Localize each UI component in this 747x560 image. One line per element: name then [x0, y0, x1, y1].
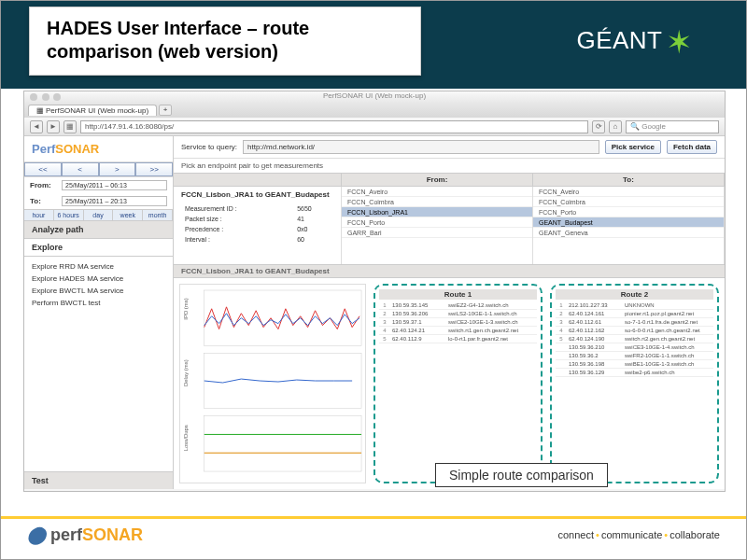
list-item[interactable]: GARR_Bari: [342, 228, 532, 238]
pair-title: FCCN_Lisbon_JRA1 to GEANT_Budapest: [181, 190, 333, 199]
to-list[interactable]: FCCN_AveiroFCCN_CoimbraFCCN_PortoGEANT_B…: [533, 187, 725, 264]
test-section[interactable]: Test: [24, 471, 173, 489]
table-row: Interval :60: [183, 235, 331, 244]
window-title: PerfSONAR UI (Web mock-up): [323, 91, 426, 100]
list-item[interactable]: FCCN_Porto: [533, 207, 724, 217]
chart-ylabel-delay: Delay (ms): [183, 359, 189, 386]
close-icon[interactable]: [30, 93, 37, 101]
chart-ylabel-loss: Loss/Dups: [183, 425, 189, 451]
table-row: 130.59.36.2swiFR2-10GE-1-1.switch.ch: [556, 352, 713, 360]
browser-search[interactable]: 🔍 Google: [626, 120, 719, 133]
slide-title: HADES User Interface – route comparison …: [47, 17, 403, 63]
table-row: 1212.101.227.33UNKNOWN: [556, 301, 713, 310]
slide-title-box: HADES User Interface – route comparison …: [29, 7, 421, 76]
range-week[interactable]: week: [113, 210, 143, 220]
table-row: Measurement ID :5650: [183, 204, 331, 213]
table-row: 130.59.36.129swibe2-p6.switch.ch: [556, 369, 713, 377]
tagline-collaborate: collaborate: [669, 529, 720, 540]
from-label: From:: [30, 181, 58, 189]
geant-logo-text: GÉANT: [576, 26, 662, 54]
table-row: Precedence :0x0: [183, 225, 331, 233]
page-icon: ▦: [63, 120, 77, 133]
from-list[interactable]: FCCN_AveiroFCCN_CoimbraFCCN_Lisbon_JRA1F…: [342, 187, 533, 264]
minimize-icon[interactable]: [42, 93, 49, 101]
list-item[interactable]: FCCN_Aveiro: [342, 187, 532, 197]
time-next-fast[interactable]: >>: [135, 162, 173, 176]
range-6hours[interactable]: 6 hours: [54, 210, 84, 220]
forward-button[interactable]: ►: [47, 120, 60, 133]
list-item[interactable]: GEANT_Geneva: [533, 228, 724, 238]
footer-perfsonar-logo: ⬤ perfSONAR: [27, 525, 143, 545]
browser-window: PerfSONAR UI (Web mock-up) ▦ PerfSONAR U…: [23, 91, 726, 492]
link-bwctl-test[interactable]: Perform BWCTL test: [32, 297, 165, 309]
pair-col-header: [174, 174, 342, 186]
table-row: 262.40.124.161pionier.rt1.poz.pl.geant2.…: [556, 310, 713, 318]
list-item[interactable]: FCCN_Coimbra: [533, 197, 724, 207]
fetch-data-button[interactable]: Fetch data: [667, 140, 717, 154]
range-day[interactable]: day: [84, 210, 114, 220]
to-date-input[interactable]: 25/May/2011 – 20:13: [62, 196, 167, 206]
time-prev-fast[interactable]: <<: [24, 162, 62, 176]
home-button[interactable]: ⌂: [609, 120, 622, 133]
svg-rect-2: [204, 416, 361, 471]
explore-section[interactable]: Explore: [24, 239, 173, 257]
main-panel: Service to query: http://md.network.id/ …: [174, 136, 725, 489]
range-month[interactable]: month: [143, 210, 173, 220]
table-row: 462.40.112.162so-6-0-0.rt1.gen.ch.geant2…: [556, 327, 713, 335]
back-button[interactable]: ◄: [30, 120, 43, 133]
slide-footer: ⬤ perfSONAR connect•communicate•collabor…: [1, 516, 746, 559]
browser-tabs: ▦ PerfSONAR UI (Web mock-up) +: [24, 103, 725, 118]
browser-tab[interactable]: ▦ PerfSONAR UI (Web mock-up): [28, 105, 157, 116]
range-tabs: hour 6 hours day week month: [24, 209, 173, 221]
table-row: 130.59.36.210swiCE3-10GE-1-4.switch.ch: [556, 343, 713, 352]
table-row: 462.40.124.21switch.rt1.gen.ch.geant2.ne…: [379, 327, 537, 335]
chart-ylabel-ipd: IPD (ms): [183, 298, 189, 319]
list-item[interactable]: FCCN_Aveiro: [533, 187, 724, 197]
table-row: 562.40.112.9lo-0-rt1.par.fr.geant2.net: [379, 335, 537, 343]
footer-logo-perf: perf: [50, 525, 82, 544]
explore-links: Explore RRD MA service Explore HADES MA …: [24, 257, 173, 313]
route-section-title: FCCN_Lisbon_JRA1 to GEANT_Budapest: [174, 265, 725, 278]
tagline-communicate: communicate: [601, 529, 662, 540]
link-rrd-ma[interactable]: Explore RRD MA service: [32, 260, 165, 273]
zoom-icon[interactable]: [53, 93, 61, 101]
slide-header: HADES User Interface – route comparison …: [1, 1, 746, 89]
measurement-table: Measurement ID :5650 Packet size :41 Pre…: [181, 203, 333, 245]
endpoint-prompt: Pick an endpoint pair to get measurement…: [174, 159, 725, 173]
route-2-table: 1212.101.227.33UNKNOWN262.40.124.161pion…: [556, 301, 713, 377]
time-nav: << < > >>: [24, 162, 173, 177]
route-1-box: Route 1 1130.59.35.145swiEZ2-G4-12.switc…: [374, 284, 543, 483]
table-row: 1130.59.35.145swiEZ2-G4-12.switch.ch: [379, 301, 537, 310]
window-controls[interactable]: [30, 93, 63, 103]
new-tab-button[interactable]: +: [159, 105, 172, 116]
reload-button[interactable]: ⟳: [592, 120, 605, 133]
time-prev[interactable]: <: [62, 162, 99, 176]
table-row: 2130.59.36.206swiLS2-10GE-1-1.switch.ch: [379, 310, 537, 318]
list-item[interactable]: FCCN_Lisbon_JRA1: [342, 207, 532, 217]
link-hades-ma[interactable]: Explore HADES MA service: [32, 273, 165, 285]
logo-perf: Perf: [32, 142, 55, 156]
service-input[interactable]: http://md.network.id/: [243, 140, 599, 154]
address-bar[interactable]: http://147.91.4.16:8080/ps/: [80, 120, 588, 133]
list-item[interactable]: FCCN_Porto: [342, 217, 532, 228]
link-bwctl-ma[interactable]: Explore BWCTL MA service: [32, 285, 165, 297]
list-item[interactable]: FCCN_Coimbra: [342, 197, 532, 207]
service-row: Service to query: http://md.network.id/ …: [174, 136, 725, 159]
geant-logo: GÉANT✶: [576, 23, 692, 61]
sidebar: PerfSONAR << < > >> From: 25/May/2011 – …: [24, 136, 174, 489]
time-next[interactable]: >: [99, 162, 136, 176]
from-date-input[interactable]: 25/May/2011 – 06:13: [62, 180, 167, 190]
table-row: 3130.59.37.1swiCE2-10GE-1-3.switch.ch: [379, 318, 537, 327]
table-row: Packet size :41: [183, 215, 331, 223]
star-icon: ✶: [666, 24, 693, 60]
footer-tagline: connect•communicate•collaborate: [558, 529, 721, 540]
route-1-title: Route 1: [379, 289, 537, 300]
callout-label: Simple route comparison: [435, 463, 608, 487]
from-date-row: From: 25/May/2011 – 06:13: [24, 177, 173, 193]
analyze-section[interactable]: Analyze path: [24, 221, 173, 239]
list-item[interactable]: GEANT_Budapest: [533, 217, 724, 228]
measurement-meta: FCCN_Lisbon_JRA1 to GEANT_Budapest Measu…: [174, 187, 342, 264]
from-col-header: From:: [342, 174, 533, 186]
pick-service-button[interactable]: Pick service: [605, 140, 661, 154]
range-hour[interactable]: hour: [24, 210, 54, 220]
